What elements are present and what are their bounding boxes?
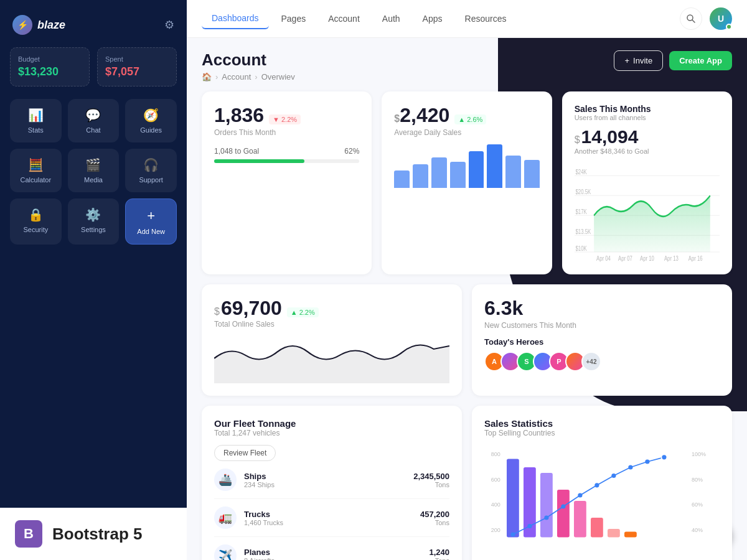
planes-unit: Tons [429, 557, 449, 561]
invite-button[interactable]: + Invite [614, 50, 663, 71]
sidebar-item-stats[interactable]: 📊 Stats [10, 99, 62, 142]
nav-grid: 📊 Stats 💬 Chat 🧭 Guides 🧮 Calculator 🎬 M… [10, 99, 177, 245]
daily-sales-card: $ 2,420 ▲ 2.6% Average Daily Sales [382, 91, 552, 274]
sales-change-badge: ▲ 2.6% [454, 114, 486, 124]
svg-point-37 [578, 493, 582, 497]
page-content: Account 🏠 › Account › Overwiev + Invite … [187, 38, 747, 560]
orders-change-badge: ▼ 2.2% [269, 114, 301, 124]
guides-icon: 🧭 [143, 108, 159, 123]
online-sales-value: 69,700 [221, 297, 282, 320]
new-customers-card: 6.3k New Customers This Month Today's He… [472, 284, 732, 396]
svg-text:200: 200 [491, 527, 500, 533]
tab-dashboards[interactable]: Dashboards [202, 8, 269, 29]
svg-text:800: 800 [491, 451, 500, 457]
svg-text:$13.5K: $13.5K [575, 228, 591, 235]
sales-stats-title: Sales Statistics [484, 418, 720, 429]
top-actions: U [680, 7, 732, 30]
tab-auth[interactable]: Auth [372, 8, 410, 29]
planes-count: 8 Aircrafts [244, 557, 421, 561]
svg-text:Apr 10: Apr 10 [640, 255, 654, 262]
svg-point-42 [661, 454, 667, 460]
sidebar-item-media[interactable]: 🎬 Media [68, 149, 120, 192]
ships-info: Ships 234 Ships [244, 472, 406, 488]
orders-change: 2.2% [281, 116, 297, 123]
planes-icon: ✈️ [214, 544, 237, 560]
budget-label: Budget [18, 55, 82, 63]
breadcrumb-current: Overwiev [261, 72, 295, 82]
main-content: Dashboards Pages Account Auth Apps Resou… [187, 0, 747, 560]
menu-icon[interactable]: ⚙ [164, 18, 174, 32]
tab-apps[interactable]: Apps [413, 8, 453, 29]
sales-amount: 14,094 [581, 126, 639, 147]
budget-card: Budget $13,230 [10, 47, 90, 86]
budget-section: Budget $13,230 Spent $7,057 [10, 47, 177, 86]
bar-4 [450, 162, 466, 188]
sidebar-item-support[interactable]: 🎧 Support [125, 149, 177, 192]
top-nav: Dashboards Pages Account Auth Apps Resou… [187, 0, 747, 38]
header-actions: + Invite Create App [614, 50, 732, 71]
ships-amount: 2,345,500 [413, 472, 449, 481]
daily-sales-value: 2,420 [400, 104, 449, 127]
wave-svg [214, 334, 449, 383]
svg-text:100%: 100% [692, 451, 706, 457]
svg-text:Apr 07: Apr 07 [618, 255, 632, 262]
svg-text:400: 400 [491, 502, 500, 508]
progress-section: 1,048 to Goal 62% [214, 147, 359, 163]
stats-icon: 📊 [28, 108, 44, 123]
daily-sales-label: Average Daily Sales [394, 128, 539, 137]
planes-info: Planes 8 Aircrafts [244, 548, 421, 561]
ships-icon: 🚢 [214, 469, 237, 491]
orders-value-row: 1,836 ▼ 2.2% [214, 104, 359, 127]
orders-value: 1,836 [214, 104, 264, 127]
sidebar-item-settings[interactable]: ⚙️ Settings [68, 198, 120, 245]
sidebar-item-chat[interactable]: 💬 Chat [68, 99, 120, 142]
trucks-amount: 457,200 [420, 510, 449, 519]
trucks-value: 457,200 Tons [420, 510, 449, 526]
svg-point-40 [628, 465, 632, 469]
invite-label: Invite [633, 56, 652, 65]
sales-dollar: $ [575, 134, 580, 146]
bar-7 [505, 156, 521, 189]
fleet-title-section: Our Fleet Tonnage Total 1,247 vehicles [214, 418, 296, 437]
bar-2 [413, 164, 428, 189]
sales-subtitle: Users from all channels [575, 114, 720, 121]
svg-rect-30 [591, 518, 603, 538]
user-status-badge [726, 24, 732, 30]
media-icon: 🎬 [85, 157, 101, 172]
online-dollar: $ [214, 306, 220, 317]
tab-resources[interactable]: Resources [455, 8, 517, 29]
sales-this-month-card: Sales This Months Users from all channel… [562, 91, 732, 274]
sidebar: ⚡ blaze ⚙ Budget $13,230 Spent $7,057 📊 … [0, 0, 187, 560]
svg-text:Apr 13: Apr 13 [664, 255, 679, 262]
svg-text:Apr 16: Apr 16 [688, 255, 702, 262]
sidebar-item-calculator[interactable]: 🧮 Calculator [10, 149, 62, 192]
search-button[interactable] [680, 7, 702, 30]
ships-count: 234 Ships [244, 481, 406, 488]
settings-icon: ⚙️ [85, 207, 101, 222]
user-avatar[interactable]: U [710, 7, 732, 30]
fleet-row-planes: ✈️ Planes 8 Aircrafts 1,240 Tons [214, 537, 449, 560]
svg-point-41 [645, 459, 649, 464]
second-row: $ 69,700 ▲ 2.2% Total Online Sales [202, 284, 732, 396]
media-label: Media [84, 176, 103, 184]
dollar-prefix: $ [394, 113, 400, 124]
sidebar-item-guides[interactable]: 🧭 Guides [125, 99, 177, 142]
review-fleet-button[interactable]: Review Fleet [214, 445, 276, 461]
tab-pages[interactable]: Pages [271, 8, 316, 29]
sidebar-item-add-new[interactable]: + Add New [125, 198, 177, 245]
sidebar-item-security[interactable]: 🔒 Security [10, 198, 62, 245]
svg-point-34 [527, 524, 532, 528]
bar-8 [524, 160, 540, 189]
fleet-row-trucks: 🚛 Trucks 1,460 Trucks 457,200 Tons [214, 499, 449, 537]
settings-label: Settings [81, 226, 106, 233]
spent-value: $7,057 [105, 65, 169, 78]
svg-point-39 [611, 474, 616, 478]
calculator-label: Calculator [21, 176, 52, 184]
svg-rect-31 [608, 529, 620, 538]
sales-goal-text: Another $48,346 to Goal [575, 147, 720, 155]
svg-text:$24K: $24K [575, 169, 587, 175]
tab-account[interactable]: Account [318, 8, 370, 29]
create-app-button[interactable]: Create App [669, 51, 732, 70]
sales-line-chart: $24K $20.5K $17K $13.5K $10K [575, 162, 720, 262]
breadcrumb-home: 🏠 [202, 72, 212, 82]
